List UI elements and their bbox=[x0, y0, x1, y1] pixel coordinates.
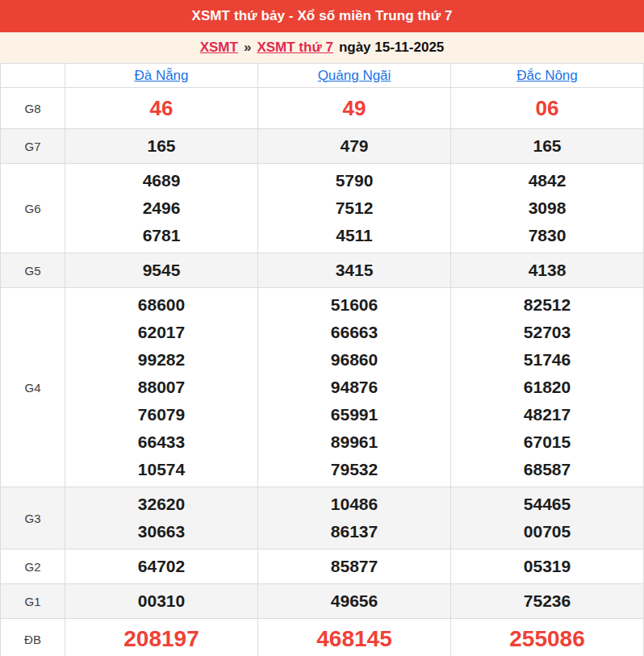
prize-row: G7165479165 bbox=[1, 129, 644, 164]
prize-number: 89961 bbox=[258, 428, 450, 456]
prize-row: ĐB208197468145255086 bbox=[1, 619, 644, 656]
prize-cell: 64702 bbox=[65, 549, 258, 584]
prize-number: 32620 bbox=[65, 491, 257, 518]
prize-cell: 00310 bbox=[65, 584, 258, 619]
prize-cell: 208197 bbox=[65, 619, 258, 656]
prize-number: 65991 bbox=[258, 401, 450, 428]
prize-cell: 468145 bbox=[258, 619, 451, 656]
prize-number: 6781 bbox=[65, 222, 257, 249]
prize-cell: 82512527035174661820482176701568587 bbox=[451, 288, 644, 487]
prize-number: 86137 bbox=[258, 518, 450, 545]
prize-cell: 85877 bbox=[258, 549, 451, 584]
prize-row: G5954534154138 bbox=[1, 253, 644, 288]
prize-number: 99282 bbox=[65, 346, 257, 374]
prize-number: 10486 bbox=[258, 491, 450, 518]
prize-number: 479 bbox=[258, 132, 450, 160]
prize-number: 52703 bbox=[451, 319, 643, 346]
prize-number: 165 bbox=[451, 132, 643, 160]
prize-number: 2496 bbox=[65, 194, 257, 222]
prize-number: 5790 bbox=[258, 167, 450, 194]
prize-number: 94876 bbox=[258, 374, 450, 401]
prize-row-label: G1 bbox=[1, 584, 65, 619]
header-empty-cell bbox=[1, 64, 65, 88]
prize-row-label: G5 bbox=[1, 253, 65, 288]
prize-number: 61820 bbox=[451, 374, 643, 401]
prize-number: 51606 bbox=[258, 291, 450, 319]
prize-number: 67015 bbox=[451, 428, 643, 456]
prize-row-label: ĐB bbox=[1, 619, 65, 656]
prize-number: 10574 bbox=[65, 456, 257, 483]
prize-number: 4842 bbox=[451, 167, 643, 194]
prize-number: 62017 bbox=[65, 319, 257, 346]
prize-number: 76079 bbox=[65, 401, 257, 428]
breadcrumb-date: ngày 15-11-2025 bbox=[339, 40, 444, 56]
prize-number: 00310 bbox=[65, 587, 257, 615]
prize-number: 7512 bbox=[258, 194, 450, 222]
prize-cell: 51606666639686094876659918996179532 bbox=[258, 288, 451, 487]
prize-cell: 165 bbox=[65, 129, 258, 164]
prize-row-label: G6 bbox=[1, 164, 65, 253]
prize-number: 06 bbox=[451, 91, 643, 125]
prize-number: 208197 bbox=[65, 622, 257, 656]
prize-cell: 06 bbox=[451, 88, 644, 129]
prize-cell: 05319 bbox=[451, 549, 644, 584]
prize-cell: 49 bbox=[258, 88, 451, 129]
prize-number: 82512 bbox=[451, 291, 643, 319]
prize-number: 68600 bbox=[65, 291, 257, 319]
prize-cell: 3415 bbox=[258, 253, 451, 288]
breadcrumb-separator: » bbox=[244, 40, 251, 56]
prize-cell: 1048686137 bbox=[258, 487, 451, 549]
prize-cell: 49656 bbox=[258, 584, 451, 619]
prize-number: 4689 bbox=[65, 167, 257, 194]
prize-number: 46 bbox=[65, 91, 257, 125]
prize-number: 9545 bbox=[65, 257, 257, 284]
lottery-results-table: Đà Nẵng Quảng Ngãi Đắc Nông G8464906G716… bbox=[0, 63, 644, 656]
prize-row: G3326203066310486861375446500705 bbox=[1, 487, 644, 549]
breadcrumb-link-xsmt[interactable]: XSMT bbox=[200, 40, 238, 56]
prize-number: 30663 bbox=[65, 518, 257, 545]
prize-number: 75236 bbox=[451, 587, 643, 615]
prize-number: 3415 bbox=[258, 257, 450, 284]
prize-number: 88007 bbox=[65, 374, 257, 401]
prize-number: 66663 bbox=[258, 319, 450, 346]
prize-cell: 75236 bbox=[451, 584, 644, 619]
prize-number: 255086 bbox=[451, 622, 643, 656]
prize-number: 85877 bbox=[258, 553, 450, 580]
prize-number: 51746 bbox=[451, 346, 643, 374]
prize-number: 4138 bbox=[451, 257, 643, 284]
prize-number: 79532 bbox=[258, 456, 450, 483]
province-link-dac-nong[interactable]: Đắc Nông bbox=[516, 68, 578, 83]
prize-number: 3098 bbox=[451, 194, 643, 222]
header-province-da-nang: Đà Nẵng bbox=[65, 64, 258, 88]
breadcrumb-link-xsmt-thu-7[interactable]: XSMT thứ 7 bbox=[257, 40, 332, 56]
prize-cell: 165 bbox=[451, 129, 644, 164]
page-title: XSMT thứ bảy - Xổ số miền Trung thứ 7 bbox=[191, 8, 452, 24]
prize-number: 4511 bbox=[258, 222, 450, 249]
province-link-da-nang[interactable]: Đà Nẵng bbox=[134, 68, 188, 83]
prize-cell: 468924966781 bbox=[65, 164, 258, 253]
prize-row: G8464906 bbox=[1, 88, 644, 129]
prize-row: G6468924966781579075124511484230987830 bbox=[1, 164, 644, 253]
prize-number: 468145 bbox=[258, 622, 450, 656]
prize-cell: 479 bbox=[258, 129, 451, 164]
province-link-quang-ngai[interactable]: Quảng Ngãi bbox=[318, 68, 391, 83]
breadcrumb: XSMT » XSMT thứ 7 ngày 15-11-2025 bbox=[0, 32, 644, 63]
prize-row: G468600620179928288007760796643310574516… bbox=[1, 288, 644, 487]
prize-number: 68587 bbox=[451, 456, 643, 483]
prize-row-label: G4 bbox=[1, 288, 65, 487]
prize-row-label: G3 bbox=[1, 487, 65, 549]
prize-cell: 484230987830 bbox=[451, 164, 644, 253]
prize-cell: 255086 bbox=[451, 619, 644, 656]
prize-cell: 3262030663 bbox=[65, 487, 258, 549]
prize-cell: 5446500705 bbox=[451, 487, 644, 549]
prize-row-label: G8 bbox=[1, 88, 65, 129]
prize-number: 49 bbox=[258, 91, 450, 125]
prize-cell: 46 bbox=[65, 88, 258, 129]
prize-number: 165 bbox=[65, 132, 257, 160]
prize-cell: 579075124511 bbox=[258, 164, 451, 253]
prize-number: 64702 bbox=[65, 553, 257, 580]
page-title-bar: XSMT thứ bảy - Xổ số miền Trung thứ 7 bbox=[0, 0, 644, 32]
prize-row-label: G7 bbox=[1, 129, 65, 164]
prize-number: 54465 bbox=[451, 491, 643, 518]
prize-number: 7830 bbox=[451, 222, 643, 249]
